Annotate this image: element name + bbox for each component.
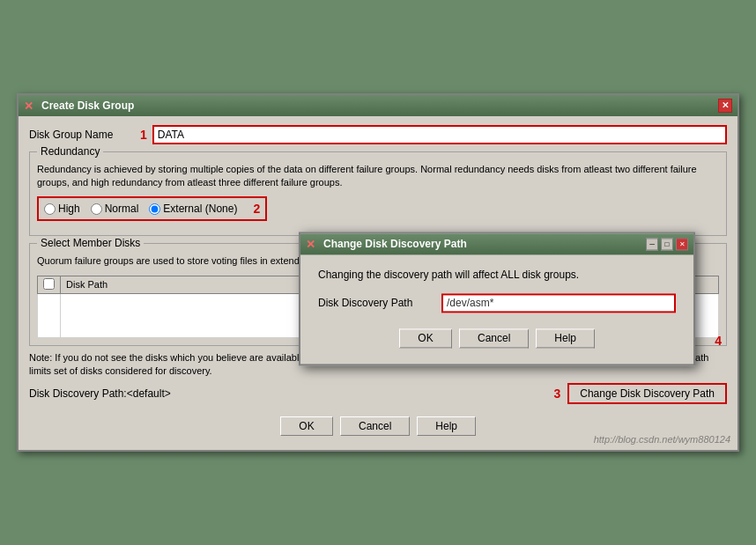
radio-external[interactable]: External (None) xyxy=(149,203,237,215)
discovery-path-row: Disk Discovery Path:<default> 3 Change D… xyxy=(29,383,727,404)
redundancy-section: Redundancy Redundancy is achieved by sto… xyxy=(29,151,727,237)
sub-close-button[interactable]: ✕ xyxy=(676,239,688,251)
disk-group-name-input[interactable] xyxy=(152,125,727,144)
redundancy-description: Redundancy is achieved by storing multip… xyxy=(37,163,719,190)
sub-dialog: ✕ Change Disk Discovery Path ─ □ ✕ Chang… xyxy=(299,232,695,366)
select-all-checkbox[interactable] xyxy=(43,278,55,290)
disk-discovery-path-input[interactable] xyxy=(441,294,676,313)
radio-normal-input[interactable] xyxy=(91,203,102,215)
watermark: http://blog.csdn.net/wym880124 xyxy=(594,434,730,445)
sub-ok-button[interactable]: OK xyxy=(399,329,452,349)
sub-title-left: ✕ Change Disk Discovery Path xyxy=(306,239,467,251)
main-dialog-title: Create Disk Group xyxy=(41,99,134,112)
change-discovery-path-button[interactable]: Change Disk Discovery Path xyxy=(567,383,727,404)
select-disks-title: Select Member Disks xyxy=(37,237,144,249)
main-dialog-close-button[interactable]: ✕ xyxy=(718,99,732,113)
radio-normal-label: Normal xyxy=(105,203,139,215)
sub-bottom-buttons: OK Cancel Help xyxy=(318,326,676,354)
radio-high-input[interactable] xyxy=(44,203,56,215)
table-cell-checkbox xyxy=(38,293,61,337)
main-ok-button[interactable]: OK xyxy=(280,416,333,436)
sub-dialog-overlay: ✕ Change Disk Discovery Path ─ □ ✕ Chang… xyxy=(299,232,695,366)
sub-warning-text: Changing the discovery path will affect … xyxy=(318,269,676,282)
sub-help-button[interactable]: Help xyxy=(536,329,595,349)
sub-cancel-button[interactable]: Cancel xyxy=(459,329,529,349)
sub-dialog-content: Changing the discovery path will affect … xyxy=(300,255,693,365)
annotation-2: 2 xyxy=(253,202,260,216)
radio-normal[interactable]: Normal xyxy=(91,203,139,215)
radio-external-label: External (None) xyxy=(163,203,237,215)
sub-maximize-button[interactable]: □ xyxy=(661,239,673,251)
sub-dialog-title: Change Disk Discovery Path xyxy=(323,239,467,251)
redundancy-radio-group: High Normal External (None) 2 xyxy=(37,196,267,221)
table-header-checkbox xyxy=(38,276,61,293)
sub-dialog-icon: ✕ xyxy=(306,239,318,251)
radio-high[interactable]: High xyxy=(44,203,80,215)
main-help-button[interactable]: Help xyxy=(417,416,476,436)
annotation-1: 1 xyxy=(140,128,147,142)
title-bar-left: ✕ Create Disk Group xyxy=(24,99,134,112)
sub-form-label: Disk Discovery Path xyxy=(318,298,441,310)
annotation-4: 4 xyxy=(715,335,722,349)
dialog-icon: ✕ xyxy=(24,99,36,112)
redundancy-section-title: Redundancy xyxy=(37,145,103,158)
sub-title-bar: ✕ Change Disk Discovery Path ─ □ ✕ xyxy=(300,234,693,255)
main-title-bar: ✕ Create Disk Group ✕ xyxy=(19,95,737,116)
radio-external-input[interactable] xyxy=(149,203,160,215)
discovery-path-label: Disk Discovery Path:<default> xyxy=(29,387,171,400)
disk-group-name-label: Disk Group Name xyxy=(29,129,135,141)
main-cancel-button[interactable]: Cancel xyxy=(340,416,410,436)
sub-minimize-button[interactable]: ─ xyxy=(646,239,658,251)
radio-high-label: High xyxy=(58,203,80,215)
annotation-3: 3 xyxy=(553,387,560,401)
disk-group-name-row: Disk Group Name 1 xyxy=(29,125,727,144)
sub-title-controls: ─ □ ✕ xyxy=(646,239,688,251)
sub-form-row: Disk Discovery Path xyxy=(318,294,676,313)
